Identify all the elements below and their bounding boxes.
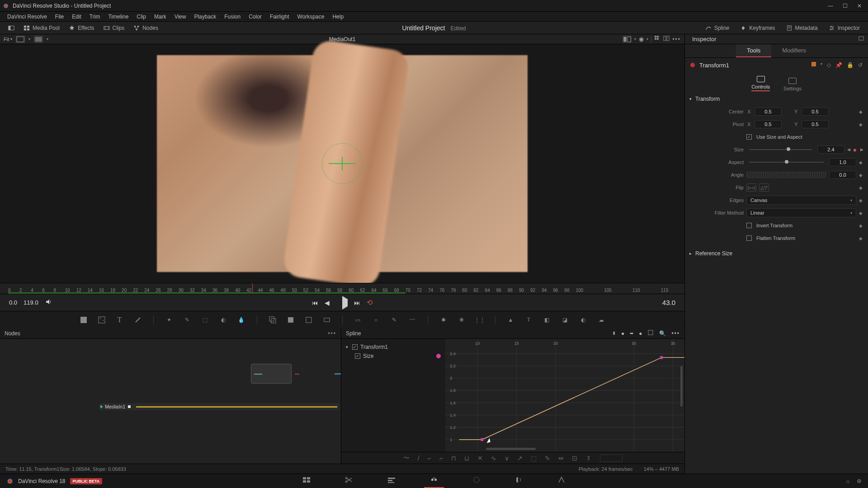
size-slider[interactable] xyxy=(749,149,812,150)
aspect-slider[interactable] xyxy=(749,162,824,163)
spline-relative-icon[interactable]: ↗ xyxy=(517,455,523,462)
page-cut[interactable] xyxy=(339,474,359,488)
node-version-icon[interactable]: ▾ xyxy=(821,62,822,68)
spline-time-field[interactable] xyxy=(600,455,623,462)
current-frame[interactable]: 43.0 xyxy=(662,299,675,306)
spline-fit-icon[interactable] xyxy=(647,329,654,337)
spline-step-icon[interactable]: ⌐ xyxy=(428,455,431,462)
inspector-button[interactable]: Inspector xyxy=(824,23,864,33)
center-y-field[interactable]: 0.5 xyxy=(802,108,829,116)
page-color[interactable] xyxy=(467,474,486,488)
spline-zoom-h-icon[interactable]: ⬌ xyxy=(630,331,633,336)
viewer-channel-icon[interactable] xyxy=(34,36,43,43)
flip-keyframe-icon[interactable]: ◆ xyxy=(859,185,863,190)
viewer-layout-icon[interactable] xyxy=(16,36,25,43)
transform-tool-icon[interactable] xyxy=(286,315,295,324)
spline-search-icon[interactable]: 🔍 xyxy=(659,330,666,337)
aspect-field[interactable]: 1.0 xyxy=(829,158,856,166)
project-settings-icon[interactable]: ⚙ xyxy=(857,478,862,484)
home-icon[interactable]: ⌂ xyxy=(846,478,849,484)
center-x-field[interactable]: 0.5 xyxy=(755,108,782,116)
split-view-icon[interactable] xyxy=(663,35,670,43)
nodes-options-icon[interactable]: ••• xyxy=(328,330,336,337)
spline-zoom-v-icon[interactable]: ⬍ xyxy=(612,331,616,336)
panel-toggle-icon[interactable] xyxy=(4,23,19,33)
spline-align-icon[interactable]: ⫪ xyxy=(585,455,592,462)
particle-tool-icon[interactable]: ✱ xyxy=(439,315,448,324)
spline-scrollbar-v[interactable] xyxy=(680,366,683,407)
section-reference-size[interactable]: ▸Reference Size xyxy=(685,248,868,259)
color-picker-icon[interactable]: ◉ xyxy=(639,36,644,42)
tracker-tool-icon[interactable]: ✦ xyxy=(165,315,174,324)
page-fusion[interactable] xyxy=(424,474,444,488)
spline-reverse-icon[interactable]: ⊔ xyxy=(464,455,469,462)
viewer-canvas[interactable] xyxy=(0,44,684,283)
spline-scale-icon[interactable]: ⊡ xyxy=(572,455,577,462)
edges-keyframe-icon[interactable]: ◆ xyxy=(859,198,863,203)
spline-handle-b-icon[interactable]: ● xyxy=(639,330,642,337)
channel-tool-icon[interactable]: ⬚ xyxy=(201,315,210,324)
crop-tool-icon[interactable] xyxy=(322,315,331,324)
subtab-settings[interactable]: Settings xyxy=(783,78,802,91)
filter-keyframe-icon[interactable]: ◆ xyxy=(859,211,863,216)
merge3d-tool-icon[interactable]: ◪ xyxy=(561,315,570,324)
shape3d-tool-icon[interactable]: T xyxy=(524,315,533,324)
nodes-button[interactable]: Nodes xyxy=(129,23,163,33)
page-edit[interactable] xyxy=(382,474,401,488)
menu-timeline[interactable]: Timeline xyxy=(104,13,132,21)
menu-workspace[interactable]: Workspace xyxy=(294,13,328,21)
menu-mark[interactable]: Mark xyxy=(151,13,170,21)
spline-loop-icon[interactable]: ∿ xyxy=(491,455,496,462)
metadata-button[interactable]: Metadata xyxy=(782,23,822,33)
clips-button[interactable]: Clips xyxy=(99,23,129,33)
nodes-graph[interactable]: MediaIn1 xyxy=(0,339,341,464)
prender-tool-icon[interactable]: ❋ xyxy=(457,315,466,324)
pivot-keyframe-icon[interactable]: ◆ xyxy=(859,122,863,127)
page-media[interactable] xyxy=(297,474,316,488)
node-reset-icon[interactable]: ↺ xyxy=(858,62,863,68)
angle-keyframe-icon[interactable]: ◆ xyxy=(859,173,863,178)
spline-button[interactable]: Spline xyxy=(701,23,734,33)
menu-fairlight[interactable]: Fairlight xyxy=(266,13,293,21)
invert-checkbox[interactable] xyxy=(746,223,752,228)
mediain-clip[interactable]: MediaIn1 xyxy=(99,403,339,410)
menu-color[interactable]: Color xyxy=(245,13,265,21)
center-keyframe-icon[interactable]: ◆ xyxy=(859,109,863,114)
effects-button[interactable]: Effects xyxy=(64,23,99,33)
size-keyframe-icon[interactable]: ◆ xyxy=(853,147,858,152)
spline-pingpong-icon[interactable]: ∨ xyxy=(505,455,509,462)
loop-button[interactable]: ⟲ xyxy=(367,298,373,307)
node-lock-icon[interactable]: 🔒 xyxy=(847,62,854,68)
spline-select-icon[interactable]: ⬚ xyxy=(531,455,537,462)
spline-handle-a-icon[interactable]: ● xyxy=(621,330,624,337)
spline-flat-icon[interactable]: ⊓ xyxy=(451,455,456,462)
spline-options-icon[interactable]: ••• xyxy=(671,330,680,337)
brightness-tool-icon[interactable]: ✎ xyxy=(183,315,192,324)
spline-mirror-icon[interactable]: ⇔ xyxy=(558,455,564,462)
audio-icon[interactable] xyxy=(45,298,52,307)
inspector-expand-icon[interactable] xyxy=(858,35,864,43)
first-frame-button[interactable]: ⏮ xyxy=(312,299,318,306)
timeline-ruler[interactable]: 0246810121416182022242628303234363840424… xyxy=(0,283,684,294)
node-color-chip-icon[interactable] xyxy=(811,62,816,66)
node-pin-icon[interactable]: 📌 xyxy=(835,62,842,68)
menu-file[interactable]: File xyxy=(52,13,67,21)
pemitter-tool-icon[interactable]: ⋮⋮ xyxy=(475,315,484,324)
invert-keyframe-icon[interactable]: ◆ xyxy=(859,223,863,228)
polygon-mask-icon[interactable]: ✎ xyxy=(390,315,399,324)
zoom-fit-dropdown[interactable]: Fit▾ xyxy=(4,37,12,42)
tab-tools[interactable]: Tools xyxy=(736,44,771,57)
paint-tool-icon[interactable] xyxy=(133,315,142,324)
spline-invert-icon[interactable]: ✕ xyxy=(477,455,483,462)
image3d-tool-icon[interactable]: ▲ xyxy=(506,315,515,324)
angle-wheel[interactable] xyxy=(746,172,826,178)
subtab-controls[interactable]: Controls xyxy=(751,76,770,91)
menu-view[interactable]: View xyxy=(171,13,190,21)
resize-tool-icon[interactable] xyxy=(304,315,313,324)
prev-frame-button[interactable]: ◀ xyxy=(325,299,330,306)
grid-icon[interactable] xyxy=(654,35,660,43)
renderer3d-tool-icon[interactable]: ☁ xyxy=(597,315,606,324)
edges-dropdown[interactable]: Canvas▾ xyxy=(746,196,856,205)
menu-davinci[interactable]: DaVinci Resolve xyxy=(4,13,51,21)
fastnoise-tool-icon[interactable] xyxy=(97,315,106,324)
